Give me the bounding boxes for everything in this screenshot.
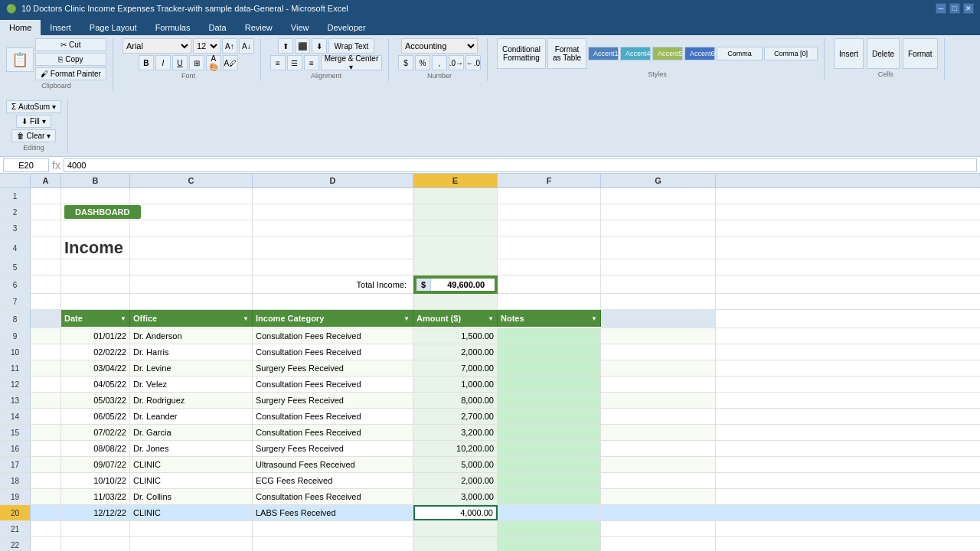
cell-f2[interactable] [498, 204, 601, 220]
wrap-text-button[interactable]: Wrap Text [328, 38, 374, 54]
format-painter-button[interactable]: 🖌 Format Painter [35, 67, 106, 80]
cell-f15[interactable] [498, 425, 601, 440]
cell-d20[interactable]: LABS Fees Received [253, 505, 413, 520]
cell-c18[interactable]: CLINIC [130, 473, 253, 488]
font-size-select[interactable]: 12 [193, 38, 220, 54]
cell-d19[interactable]: Consultation Fees Received [253, 489, 413, 504]
formula-input[interactable]: 4000 [64, 158, 977, 172]
cell-e13[interactable]: 8,000.00 [413, 393, 498, 408]
cell-c14[interactable]: Dr. Leander [130, 409, 253, 424]
cell-g15[interactable] [601, 425, 716, 440]
border-button[interactable]: ⊞ [189, 55, 204, 70]
italic-button[interactable]: I [155, 55, 171, 70]
header-income-category[interactable]: Income Category ▼ [253, 310, 413, 327]
cell-e3[interactable] [413, 220, 498, 236]
cell-f5[interactable] [498, 259, 601, 275]
office-dropdown-arrow[interactable]: ▼ [243, 315, 249, 322]
cell-g3[interactable] [601, 220, 716, 236]
cell-a5[interactable] [31, 259, 61, 275]
accent3-button[interactable]: Accent5 [652, 47, 683, 60]
cell-a8[interactable] [31, 310, 61, 328]
cell-d21[interactable] [253, 521, 413, 536]
cell-e5[interactable] [413, 259, 498, 275]
cell-a4[interactable] [31, 236, 61, 259]
cell-a9[interactable] [31, 328, 61, 344]
cell-a1[interactable] [31, 188, 61, 204]
cell-d1[interactable] [253, 188, 413, 204]
cell-d5[interactable] [253, 259, 413, 275]
percent-button[interactable]: % [415, 55, 430, 70]
cell-c5[interactable] [130, 259, 253, 275]
title-bar-controls[interactable]: ─ □ ✕ [936, 3, 974, 14]
cell-c21[interactable] [130, 521, 253, 536]
cell-f22[interactable] [498, 537, 601, 551]
copy-button[interactable]: ⎘ Copy [35, 53, 106, 66]
delete-cells-button[interactable]: Delete [867, 38, 900, 69]
accent1-button[interactable]: Accent1 [588, 47, 619, 60]
col-header-e[interactable]: E [413, 174, 498, 187]
cell-b6[interactable] [61, 276, 130, 294]
cell-g11[interactable] [601, 360, 716, 376]
tab-insert[interactable]: Insert [41, 20, 80, 35]
cell-g13[interactable] [601, 393, 716, 408]
increase-font-button[interactable]: A↑ [222, 38, 237, 54]
cell-e1[interactable] [413, 188, 498, 204]
cell-b7[interactable] [61, 294, 130, 309]
cell-c2[interactable] [130, 204, 253, 220]
cell-a2[interactable] [31, 204, 61, 220]
cell-a18[interactable] [31, 473, 61, 488]
header-date[interactable]: Date ▼ [61, 310, 130, 327]
col-header-c[interactable]: C [130, 174, 253, 187]
cell-f6[interactable] [498, 276, 601, 294]
cell-e17[interactable]: 5,000.00 [413, 457, 498, 472]
cell-a19[interactable] [31, 489, 61, 504]
conditional-formatting-button[interactable]: ConditionalFormatting [497, 38, 546, 69]
merge-center-button[interactable]: Merge & Center ▾ [321, 55, 382, 70]
cell-a15[interactable] [31, 425, 61, 440]
font-color-button[interactable]: A🖊 [223, 55, 238, 70]
cell-f14[interactable] [498, 409, 601, 424]
cell-f9[interactable] [498, 328, 601, 344]
cell-d4[interactable] [253, 236, 413, 259]
cell-a11[interactable] [31, 360, 61, 376]
cell-b15[interactable]: 07/02/22 [61, 425, 130, 440]
align-bottom-button[interactable]: ⬇ [312, 38, 327, 54]
cell-d11[interactable]: Surgery Fees Received [253, 360, 413, 376]
header-amount[interactable]: Amount ($) ▼ [413, 310, 498, 327]
cell-d9[interactable]: Consultation Fees Received [253, 328, 413, 344]
cell-d7[interactable] [253, 294, 413, 309]
cell-g6[interactable] [601, 276, 716, 294]
cell-d16[interactable]: Surgery Fees Received [253, 441, 413, 456]
cell-b10[interactable]: 02/02/22 [61, 344, 130, 360]
tab-view[interactable]: View [282, 20, 318, 35]
cell-c3[interactable] [130, 220, 253, 236]
tab-developer[interactable]: Developer [318, 20, 374, 35]
category-dropdown-arrow[interactable]: ▼ [403, 315, 410, 322]
tab-formulas[interactable]: Formulas [146, 20, 200, 35]
minimize-button[interactable]: ─ [936, 3, 946, 14]
fill-color-button[interactable]: A🎨 [206, 55, 221, 70]
col-header-a[interactable]: A [31, 174, 61, 187]
cell-e22[interactable] [413, 537, 498, 551]
cell-a14[interactable] [31, 409, 61, 424]
cell-e14[interactable]: 2,700.00 [413, 409, 498, 424]
header-office[interactable]: Office ▼ [130, 310, 253, 327]
cell-f21[interactable] [498, 521, 601, 536]
restore-button[interactable]: □ [949, 3, 960, 14]
accent2-button[interactable]: Accent4 [620, 47, 651, 60]
dashboard-button[interactable]: DASHBOARD [64, 205, 141, 219]
cell-b14[interactable]: 06/05/22 [61, 409, 130, 424]
close-button[interactable]: ✕ [963, 3, 974, 14]
cell-b17[interactable]: 09/07/22 [61, 457, 130, 472]
cell-g21[interactable] [601, 521, 716, 536]
cell-d2[interactable] [253, 204, 413, 220]
cell-g9[interactable] [601, 328, 716, 344]
cell-d14[interactable]: Consultation Fees Received [253, 409, 413, 424]
cell-e4[interactable] [413, 236, 498, 259]
cell-f19[interactable] [498, 489, 601, 504]
cell-b20[interactable]: 12/12/22 [61, 505, 130, 520]
col-header-f[interactable]: F [498, 174, 601, 187]
col-header-g[interactable]: G [601, 174, 716, 187]
underline-button[interactable]: U [172, 55, 188, 70]
cell-c22[interactable] [130, 537, 253, 551]
